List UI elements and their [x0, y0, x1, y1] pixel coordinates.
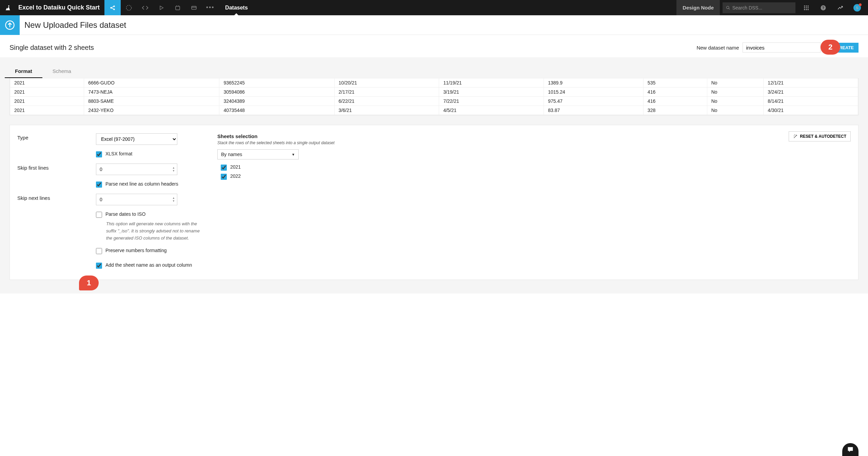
table-row: 20217473-NEJA305940862/17/213/19/211015.…	[10, 88, 858, 97]
parse-headers-label: Parse next line as column headers	[105, 181, 178, 187]
search-icon	[726, 5, 730, 10]
preserve-numbers-label: Preserve numbers formatting	[105, 248, 167, 253]
svg-point-8	[806, 5, 807, 6]
table-row: 20216666-GUDO9365224510/20/2111/19/21138…	[10, 78, 858, 88]
wand-icon	[793, 134, 798, 139]
search-box[interactable]	[723, 2, 795, 13]
app-logo[interactable]	[0, 0, 16, 15]
table-cell: 2/17/21	[334, 88, 439, 97]
svg-point-6	[727, 6, 729, 8]
table-cell: 535	[643, 78, 707, 88]
table-cell: 3/19/21	[439, 88, 544, 97]
table-cell: 7473-NEJA	[84, 88, 219, 97]
type-select[interactable]: Excel (97-2007)	[96, 133, 177, 145]
table-cell: 2021	[10, 106, 84, 115]
svg-point-3	[126, 5, 132, 10]
sheets-selection-subtext: Stack the rows of the selected sheets in…	[217, 140, 851, 145]
dataset-name-input[interactable]	[743, 42, 821, 53]
table-cell: 3/24/21	[764, 88, 858, 97]
table-cell: 2432-YEKO	[84, 106, 219, 115]
topbar: Excel to Dataiku Quick Start ••• Dataset…	[0, 0, 868, 15]
parse-headers-checkbox[interactable]	[96, 182, 102, 188]
iso-note: This option will generate new columns wi…	[96, 221, 200, 242]
add-sheet-name-label: Add the sheet name as an output column	[105, 262, 192, 268]
preserve-numbers-checkbox[interactable]	[96, 248, 102, 254]
table-cell: 328	[643, 106, 707, 115]
table-cell: No	[707, 88, 764, 97]
format-settings-panel: RESET & AUTODETECT Type Excel (97-2007) …	[9, 125, 859, 280]
xlsx-checkbox[interactable]	[96, 151, 102, 157]
nav-datasets[interactable]: Datasets	[218, 0, 255, 15]
sheets-heading: Single dataset with 2 sheets	[9, 44, 94, 52]
table-cell: No	[707, 97, 764, 106]
play-icon[interactable]	[153, 0, 170, 15]
code-icon[interactable]	[137, 0, 153, 15]
activity-icon[interactable]	[832, 0, 848, 15]
table-cell: 2021	[10, 88, 84, 97]
apps-icon[interactable]	[798, 0, 814, 15]
stepper-icon[interactable]: ▲▼	[172, 166, 175, 172]
sheet-2022-checkbox[interactable]	[221, 174, 227, 180]
sheets-selection-heading: Sheets selection	[217, 133, 851, 139]
search-input[interactable]	[732, 5, 792, 11]
stepper-icon[interactable]: ▲▼	[172, 196, 175, 203]
table-row: 20218803-SAME324043896/22/217/22/21975.4…	[10, 97, 858, 106]
table-cell: 83.87	[544, 106, 644, 115]
svg-text:?: ?	[822, 5, 824, 10]
table-cell: 93652245	[219, 78, 334, 88]
type-label: Type	[17, 133, 96, 140]
svg-point-14	[806, 9, 807, 10]
tabs-strip: Format Schema	[0, 57, 868, 78]
svg-rect-5	[192, 6, 196, 9]
page-title: New Uploaded Files dataset	[20, 20, 126, 30]
sheets-mode-select[interactable]: By names ▼	[217, 149, 299, 159]
table-cell: 30594086	[219, 88, 334, 97]
sheet-2021-checkbox[interactable]	[221, 165, 227, 171]
table-cell: 416	[643, 88, 707, 97]
table-cell: 416	[643, 97, 707, 106]
svg-rect-4	[176, 6, 180, 10]
table-cell: 6/22/21	[334, 97, 439, 106]
dataset-name-row: Single dataset with 2 sheets New dataset…	[0, 35, 868, 55]
parse-iso-checkbox[interactable]	[96, 212, 102, 218]
share-button[interactable]	[104, 0, 121, 15]
help-icon[interactable]: ?	[815, 0, 831, 15]
sheet-2021-label: 2021	[230, 164, 241, 170]
tab-format[interactable]: Format	[5, 65, 42, 78]
table-cell: 2021	[10, 97, 84, 106]
skip-next-input[interactable]: 0 ▲▼	[96, 194, 177, 205]
table-row: 20212432-YEKO407354483/6/214/5/2183.8732…	[10, 106, 858, 115]
skip-first-label: Skip first lines	[17, 164, 96, 171]
table-cell: 1015.24	[544, 88, 644, 97]
svg-point-12	[808, 7, 809, 8]
table-cell: 4/5/21	[439, 106, 544, 115]
content-area: 20216666-GUDO9365224510/20/2111/19/21138…	[0, 78, 868, 293]
tab-schema[interactable]: Schema	[42, 65, 81, 78]
table-cell: No	[707, 106, 764, 115]
flow-icon[interactable]	[121, 0, 137, 15]
dashboard-icon[interactable]	[186, 0, 202, 15]
svg-point-11	[806, 7, 807, 8]
lab-icon[interactable]	[170, 0, 186, 15]
svg-point-15	[808, 9, 809, 10]
sheet-2022-label: 2022	[230, 173, 241, 179]
table-cell: 8803-SAME	[84, 97, 219, 106]
table-cell: 2021	[10, 78, 84, 88]
reset-autodetect-button[interactable]: RESET & AUTODETECT	[789, 131, 851, 141]
data-preview-table: 20216666-GUDO9365224510/20/2111/19/21138…	[9, 78, 859, 115]
add-sheet-name-checkbox[interactable]	[96, 263, 102, 269]
table-cell: 32404389	[219, 97, 334, 106]
table-cell: 4/30/21	[764, 106, 858, 115]
subheader: New Uploaded Files dataset	[0, 15, 868, 35]
skip-first-input[interactable]: 0 ▲▼	[96, 164, 177, 175]
user-avatar[interactable]: S	[849, 0, 865, 15]
table-cell: 12/1/21	[764, 78, 858, 88]
svg-point-10	[804, 7, 805, 8]
table-cell: 975.47	[544, 97, 644, 106]
chevron-down-icon: ▼	[292, 153, 295, 156]
table-cell: No	[707, 78, 764, 88]
project-name[interactable]: Excel to Dataiku Quick Start	[16, 4, 104, 11]
more-icon[interactable]: •••	[202, 0, 218, 15]
table-cell: 1389.9	[544, 78, 644, 88]
table-cell: 7/22/21	[439, 97, 544, 106]
